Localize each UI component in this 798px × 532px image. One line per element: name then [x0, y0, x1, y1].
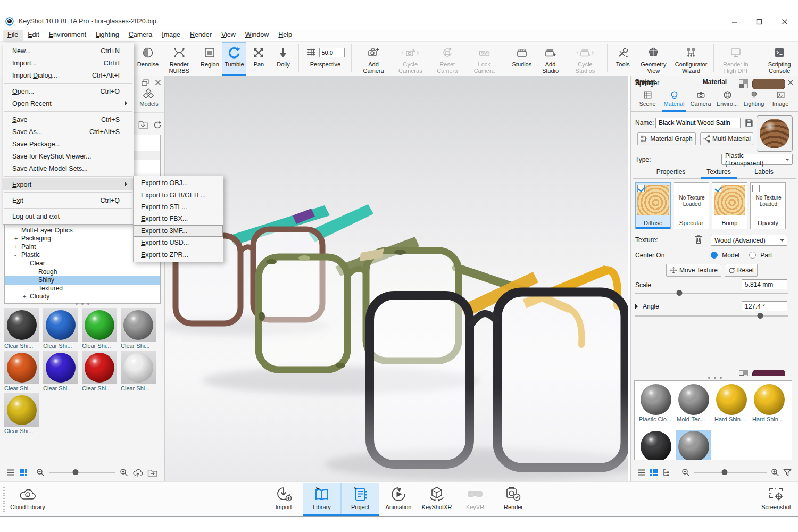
- menu-item-new[interactable]: New...Ctrl+N: [3, 45, 134, 57]
- tree-item[interactable]: Textured: [5, 285, 160, 293]
- menu-window[interactable]: Window: [240, 30, 273, 41]
- scripting-console-button[interactable]: Scripting Console: [761, 42, 798, 76]
- menu-item-export-stl[interactable]: Export to STL...: [134, 201, 223, 213]
- cloud-upload-icon[interactable]: [132, 468, 143, 477]
- tree-item[interactable]: + Cloudy: [5, 293, 160, 301]
- material-thumbnail[interactable]: Clear Shi...: [4, 393, 41, 434]
- scale-slider[interactable]: [635, 293, 788, 294]
- material-thumbnail[interactable]: Hard Shin...: [713, 383, 749, 430]
- material-thumbnail[interactable]: [676, 430, 711, 460]
- multi-material-button[interactable]: Multi-Material: [700, 132, 753, 145]
- menu-camera[interactable]: Camera: [124, 30, 157, 41]
- toolbar-drag-handle[interactable]: [3, 487, 5, 512]
- opacity-checkbox[interactable]: [752, 185, 760, 192]
- library-button[interactable]: Library: [303, 483, 341, 516]
- menu-item-export-obj[interactable]: Export to OBJ...: [134, 177, 223, 189]
- angle-slider[interactable]: [635, 315, 788, 317]
- folder-sync-icon[interactable]: [147, 468, 158, 477]
- subtab-labels[interactable]: Labels: [745, 168, 783, 176]
- screenshot-button[interactable]: Screenshot: [758, 483, 795, 516]
- texture-type-dropdown[interactable]: Wood (Advanced): [711, 235, 787, 246]
- lock-camera-button[interactable]: Lock Camera: [466, 42, 502, 76]
- models-tab-icon[interactable]: [143, 88, 154, 99]
- refresh-icon[interactable]: [153, 121, 162, 129]
- material-thumbnail[interactable]: Clear Shi...: [4, 351, 41, 392]
- menu-render[interactable]: Render: [185, 30, 217, 41]
- render-button[interactable]: Render: [494, 483, 533, 516]
- tree-expander-icon[interactable]: +: [14, 235, 21, 243]
- maximize-button[interactable]: [751, 16, 767, 28]
- menu-item-export-zpr[interactable]: Export to ZPR...: [134, 248, 223, 260]
- season-texture-icon[interactable]: [739, 79, 748, 88]
- cloud-library-button[interactable]: Cloud Library: [6, 483, 49, 516]
- geometry-view-button[interactable]: Geometry View: [635, 42, 672, 76]
- zoom-in-icon[interactable]: [120, 468, 128, 477]
- tab-environment[interactable]: Enviro...: [714, 89, 741, 107]
- keyshotxr-button[interactable]: KeyShotXR: [418, 483, 456, 516]
- material-thumbnail[interactable]: Clear Shi...: [43, 351, 80, 392]
- texture-slot-bump[interactable]: Bump: [712, 182, 747, 229]
- menu-item-log-out-and-exit[interactable]: Log out and exit: [3, 210, 134, 222]
- material-thumbnail[interactable]: Clear Shi...: [82, 308, 119, 349]
- menu-item-open-recent[interactable]: Open Recent: [3, 97, 134, 110]
- tree-expander-icon[interactable]: +: [14, 243, 21, 252]
- thumbnail-size-slider[interactable]: [694, 472, 767, 473]
- library-float-icon[interactable]: [142, 79, 149, 86]
- move-texture-button[interactable]: Move Texture: [666, 264, 721, 277]
- studios-button[interactable]: Studios: [510, 42, 534, 76]
- import-button[interactable]: Import: [264, 483, 303, 516]
- zoom-in-icon[interactable]: [771, 468, 779, 477]
- scale-value[interactable]: 5.814 mm: [742, 279, 787, 289]
- project-button[interactable]: Project: [341, 483, 379, 516]
- menu-environment[interactable]: Environment: [44, 30, 91, 41]
- panel-resize-handle[interactable]: [631, 377, 798, 379]
- material-thumbnail[interactable]: Hard Shin...: [751, 383, 787, 430]
- tree-view-icon[interactable]: [662, 468, 670, 477]
- subtab-properties[interactable]: Properties: [647, 168, 695, 176]
- grid-view-icon[interactable]: [650, 468, 658, 477]
- tools-button[interactable]: Tools: [611, 42, 635, 76]
- menu-edit[interactable]: Edit: [23, 30, 44, 41]
- perspective-input[interactable]: [319, 48, 345, 57]
- menu-item-save[interactable]: SaveCtrl+S: [3, 113, 134, 126]
- menu-item-export-usd[interactable]: Export to USD...: [134, 237, 223, 248]
- menu-lighting[interactable]: Lighting: [91, 30, 124, 41]
- texture-slot-specular[interactable]: No Texture Loaded Specular: [674, 182, 709, 229]
- slider-thumb[interactable]: [758, 313, 763, 319]
- reset-button[interactable]: Reset: [725, 264, 758, 277]
- center-on-part-radio[interactable]: Part: [749, 252, 772, 259]
- material-thumbnail[interactable]: Clear Shi...: [43, 308, 80, 349]
- menu-item-export-fbx[interactable]: Export to FBX...: [134, 213, 223, 225]
- tab-material[interactable]: Material: [661, 89, 687, 107]
- tree-expander-icon[interactable]: -: [14, 251, 21, 260]
- material-thumbnail[interactable]: Plastic Clo...: [638, 383, 674, 430]
- minimize-button[interactable]: [727, 16, 743, 28]
- zoom-out-icon[interactable]: [36, 468, 45, 477]
- menu-item-export-glb-gltf[interactable]: Export to GLB/GLTF...: [134, 189, 223, 201]
- denoise-button[interactable]: Denoise: [135, 42, 161, 76]
- menu-file[interactable]: File: [3, 30, 23, 41]
- thumbnail-size-slider[interactable]: [49, 472, 115, 473]
- diffuse-checkbox[interactable]: [637, 185, 645, 192]
- material-thumbnail[interactable]: Mold-Tec...: [676, 383, 711, 430]
- tab-camera[interactable]: Camera: [687, 89, 714, 107]
- glasses-front[interactable]: [370, 270, 625, 468]
- region-button[interactable]: Region: [197, 42, 222, 76]
- material-preview[interactable]: [757, 115, 793, 152]
- render-high-dpi-button[interactable]: Render in High DPI: [717, 42, 754, 76]
- dolly-button[interactable]: Dolly: [271, 42, 295, 76]
- menu-item-save-active-model-sets[interactable]: Save Active Model Sets...: [3, 162, 134, 174]
- material-name-input[interactable]: [655, 118, 741, 128]
- reset-camera-button[interactable]: Reset Camera: [429, 42, 466, 76]
- cycle-cameras-button[interactable]: Cycle Cameras: [392, 42, 429, 76]
- menu-item-import[interactable]: Import...Ctrl+I: [3, 57, 134, 69]
- material-thumbnail[interactable]: Clear Shi...: [121, 308, 158, 349]
- bump-checkbox[interactable]: [714, 185, 721, 192]
- material-graph-button[interactable]: Material Graph: [637, 132, 696, 145]
- configurator-wizard-button[interactable]: Configurator Wizard: [672, 42, 710, 76]
- slider-thumb[interactable]: [677, 290, 683, 296]
- center-on-model-radio[interactable]: Model: [711, 252, 739, 259]
- panel-resize-handle[interactable]: [0, 303, 165, 305]
- menu-item-import-dialog[interactable]: Import Dialog...Ctrl+Alt+I: [3, 69, 134, 81]
- subtab-textures[interactable]: Textures: [700, 168, 737, 176]
